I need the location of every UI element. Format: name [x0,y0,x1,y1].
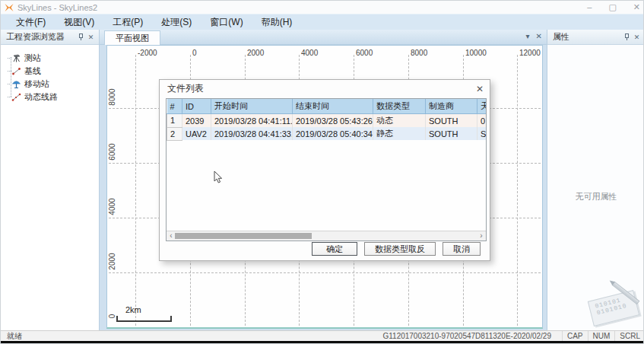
col-header-id[interactable]: ID [182,99,211,114]
status-serial-text: G112017003210-97020547D811320E-2020/02/2… [382,332,562,340]
col-header-antenna[interactable]: 天 [477,99,487,114]
title-bar: SkyLines - SkyLines2 – ▢ ✕ [1,1,644,14]
properties-panel-close-icon[interactable]: ✕ [632,32,642,42]
tree-item-dynamic-route[interactable]: 动态线路 [1,91,99,104]
y-axis-label: 0 [108,306,116,327]
left-panel-header: 工程资源浏览器 ✕ [1,30,99,45]
resource-tree: 测站 基线 移动站 [1,45,99,104]
col-header-index[interactable]: # [167,99,182,114]
status-ready-text: 就绪 [1,331,22,342]
cell-start-time: 2019/03/28 04:41:33.200 [211,127,293,140]
cell-antenna: 0 [477,114,487,128]
pin-icon[interactable] [76,32,86,42]
table-header-row: # ID 开始时间 结束时间 数据类型 制造商 天 [167,99,487,114]
x-axis-label: 12000 [519,49,541,57]
scale-bar-label: 2km [125,305,141,314]
left-panel-close-icon[interactable]: ✕ [86,32,96,42]
status-bar: 就绪 G112017003210-97020547D811320E-2020/0… [1,330,644,341]
cell-data-type: 动态 [373,114,426,128]
col-header-manufacturer[interactable]: 制造商 [426,99,477,114]
col-header-start-time[interactable]: 开始时间 [211,99,293,114]
no-properties-text: 无可用属性 [547,191,644,202]
y-axis-label: 8000 [108,87,116,108]
cancel-button[interactable]: 取消 [443,242,481,256]
cell-id: 2039 [182,114,211,128]
menu-process[interactable]: 处理(S) [152,14,201,30]
col-header-end-time[interactable]: 结束时间 [293,99,373,114]
horizontal-scrollbar[interactable]: ‹ › [167,231,486,240]
status-num-indicator: NUM [588,331,615,342]
tab-dropdown-icon[interactable]: ▾ [526,32,530,40]
cell-id: UAV2 [182,127,211,140]
table-row[interactable]: 2 UAV2 2019/03/28 04:41:33.200 2019/03/2… [167,127,487,140]
left-panel-title: 工程资源浏览器 [6,31,65,43]
cell-end-time: 2019/03/28 05:40:34.000 [293,127,373,140]
cell-start-time: 2019/03/28 04:41:11.000 [211,114,293,128]
window-title: SkyLines - SkyLines2 [17,3,97,12]
x-axis-label: -2000 [138,49,157,57]
x-axis-label: 6000 [356,49,373,57]
x-axis-label: 4000 [301,49,318,57]
cell-end-time: 2019/03/28 05:43:26.000 [293,114,373,128]
cell-manufacturer: SOUTH [426,114,477,128]
tab-plan-view[interactable]: 平面视图 [104,30,160,45]
maximize-button[interactable]: ▢ [608,1,616,14]
project-resource-browser-panel: 工程资源浏览器 ✕ 测站 [1,30,100,330]
x-axis-label: 0 [192,49,197,57]
tree-item-baseline[interactable]: 基线 [1,65,99,78]
minimize-button[interactable]: – [587,1,592,14]
file-table: # ID 开始时间 结束时间 数据类型 制造商 天 1 2039 2019/03… [167,99,487,141]
cell-index: 2 [167,127,182,140]
col-header-data-type[interactable]: 数据类型 [373,99,426,114]
menu-help[interactable]: 帮助(H) [252,14,302,30]
cell-index: 1 [167,114,182,128]
watermark-graphic: 010101 0101010 [585,289,643,326]
x-axis-label: 2000 [247,49,264,57]
tree-item-label: 移动站 [24,78,49,90]
dialog-title: 文件列表 [167,82,204,95]
app-window: SkyLines - SkyLines2 – ▢ ✕ 文件(F) 视图(V) 工… [0,0,644,344]
view-tab-strip: 平面视图 ▾ ✕ [100,30,547,45]
cell-antenna: S8 [477,127,487,140]
properties-panel: 属性 ✕ 无可用属性 010101 0101010 [547,30,644,330]
tree-item-rover[interactable]: 移动站 [1,78,99,91]
file-list-dialog: 文件列表 ✕ # ID 开始时间 结束时间 数据类型 制造商 天 [159,79,490,261]
station-icon [11,53,21,63]
tree-item-station[interactable]: 测站 [1,52,99,65]
x-axis-label: 8000 [411,49,427,57]
scroll-right-icon[interactable]: › [477,231,486,240]
bottom-black-strip [1,341,644,344]
y-axis-label: 4000 [108,196,116,218]
rover-icon [11,79,21,89]
tab-close-icon[interactable]: ✕ [536,32,542,40]
dialog-title-bar[interactable]: 文件列表 ✕ [160,80,490,97]
tree-item-label: 基线 [24,65,41,77]
dialog-close-icon[interactable]: ✕ [476,84,484,94]
baseline-icon [11,66,21,76]
gridline-h [109,272,541,273]
status-caps-indicator: CAP [562,331,588,342]
app-logo-icon [5,3,14,12]
menu-project[interactable]: 工程(P) [103,14,152,30]
status-scrl-indicator: SCRL [614,331,644,342]
table-row[interactable]: 1 2039 2019/03/28 04:41:11.000 2019/03/2… [167,114,487,128]
y-axis-label: 2000 [108,251,116,272]
menu-window[interactable]: 窗口(W) [201,14,252,30]
pin-icon[interactable] [622,32,632,42]
invert-data-type-button[interactable]: 数据类型取反 [364,242,436,256]
menu-view[interactable]: 视图(V) [55,14,103,30]
ok-button[interactable]: 确定 [312,242,357,256]
file-table-container: # ID 开始时间 结束时间 数据类型 制造商 天 1 2039 2019/03… [166,98,487,241]
gridline-v [517,55,518,326]
y-axis-label: 6000 [108,142,116,163]
scrollbar-thumb[interactable] [175,233,312,239]
route-icon [11,92,21,102]
cell-data-type: 静态 [373,127,426,140]
menu-file[interactable]: 文件(F) [7,14,55,30]
close-button[interactable]: ✕ [633,1,640,14]
mouse-cursor [214,170,223,184]
tree-item-label: 测站 [24,53,41,64]
properties-panel-title: 属性 [553,31,569,43]
x-axis-label: 10000 [465,49,487,57]
properties-panel-header: 属性 ✕ [547,30,644,45]
